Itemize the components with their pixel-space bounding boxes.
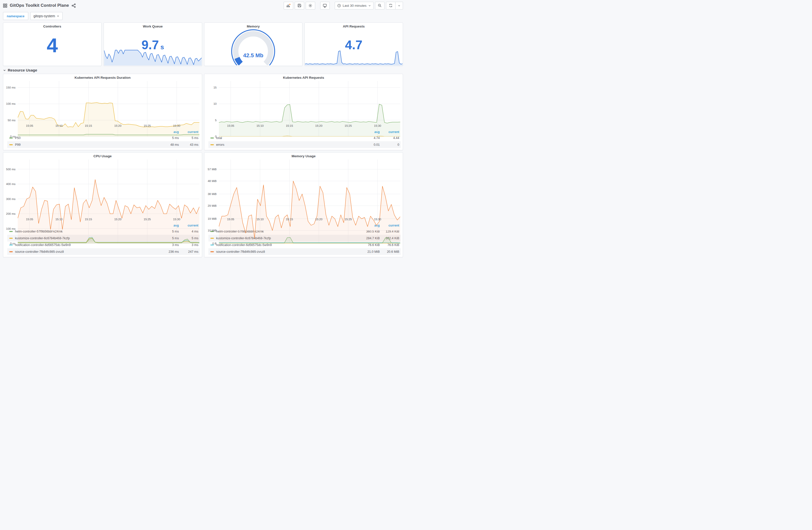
- panel-title[interactable]: Work Queue: [104, 23, 202, 28]
- chevron-down-icon: [57, 15, 59, 17]
- plot-area[interactable]: [219, 160, 400, 217]
- y-tick-label: 50 ms: [8, 119, 15, 122]
- legend-series-name[interactable]: notification-controller-6d56575dc-5w9n9: [216, 243, 357, 247]
- refresh-icon: [389, 3, 393, 8]
- x-tick-label: 15:10: [55, 124, 62, 127]
- y-tick-label: 100 ms: [6, 227, 15, 230]
- controllers-value: 4: [3, 35, 101, 56]
- chevron-down-icon: [3, 69, 6, 72]
- plot-area[interactable]: [18, 160, 199, 217]
- dashboard-settings-button[interactable]: [306, 2, 315, 10]
- x-tick-label: 15:15: [286, 124, 293, 127]
- x-tick-label: 15:15: [85, 218, 92, 221]
- y-tick-label: 400 ms: [6, 182, 15, 186]
- legend-series-name[interactable]: P99: [15, 143, 156, 147]
- legend-avg-value: 21.0 MiB: [357, 250, 380, 253]
- panel-api-requests: API Requests 4.7: [304, 23, 403, 66]
- legend-row: errors0.010: [208, 141, 401, 148]
- panel-memory-usage: Memory Usage 57 MiB48 MiB38 MiB29 MiB19 …: [204, 152, 403, 257]
- legend-row: source-controller-7fb84fc985-zvsz821.0 M…: [208, 248, 401, 255]
- series-color-dash: [9, 231, 13, 232]
- refresh-button[interactable]: [386, 2, 395, 10]
- legend-series-name[interactable]: P50: [15, 136, 156, 140]
- panel-title[interactable]: CPU Usage: [3, 152, 202, 158]
- y-axis: 151050: [204, 81, 219, 123]
- panel-title[interactable]: API Requests: [305, 23, 403, 28]
- x-tick-label: 15:05: [26, 124, 33, 127]
- save-icon: [298, 3, 302, 8]
- panel-memory: Memory 42.5 Mb: [204, 23, 303, 66]
- plot-area[interactable]: [18, 81, 199, 123]
- legend-series-name[interactable]: source-controller-7fb84fc985-zvsz8: [216, 250, 357, 253]
- legend-avg-value: 48 ms: [156, 143, 179, 147]
- save-dashboard-button[interactable]: [295, 2, 304, 10]
- legend-series-name[interactable]: total: [216, 136, 357, 140]
- memory-gauge-value: 42.5 Mb: [223, 52, 283, 59]
- stats-row: Controllers 4 Work Queue 9.7s Memory 42.…: [0, 23, 406, 66]
- panel-title[interactable]: Kubernetes API Requests: [204, 74, 403, 79]
- row-title: Resource Usage: [8, 68, 37, 72]
- legend-series-name[interactable]: notification-controller-6d56575dc-5w9n9: [15, 243, 156, 247]
- legend-current-value: 76.6 KiB: [380, 243, 401, 247]
- x-tick-label: 15:25: [345, 218, 352, 221]
- share-icon[interactable]: [72, 3, 76, 8]
- legend-series-name[interactable]: source-controller-7fb84fc985-zvsz8: [15, 250, 156, 253]
- variable-namespace-select[interactable]: gitops-system: [30, 12, 62, 20]
- clock-icon: [337, 4, 341, 8]
- y-tick-label: 150 ms: [6, 86, 15, 89]
- x-axis: 15:0515:1015:1515:2015:2515:30: [18, 123, 199, 129]
- y-tick-label: 10: [213, 102, 217, 105]
- y-tick-label: 10 MiB: [208, 229, 217, 232]
- y-axis: 57 MiB48 MiB38 MiB29 MiB19 MiB10 MiB0 B: [204, 160, 219, 217]
- x-tick-label: 15:10: [55, 218, 62, 221]
- panel-title[interactable]: Controllers: [3, 23, 101, 28]
- variable-namespace-value: gitops-system: [33, 14, 55, 18]
- x-tick-label: 15:20: [315, 124, 322, 127]
- row-resource-usage[interactable]: Resource Usage: [0, 66, 406, 74]
- x-tick-label: 15:10: [257, 218, 264, 221]
- zoom-out-icon: [378, 3, 382, 8]
- legend-avg-value: 76.6 KiB: [357, 243, 380, 247]
- series-color-dash: [211, 238, 214, 239]
- plot-area[interactable]: [219, 81, 400, 123]
- chevron-down-icon: [368, 4, 371, 7]
- legend-avg-value: 236 ms: [156, 250, 179, 253]
- legend-current-value: 5 ms: [179, 136, 200, 140]
- legend-current-value: 43 ms: [179, 143, 200, 147]
- x-axis: 15:0515:1015:1515:2015:2515:30: [18, 217, 199, 222]
- add-panel-button[interactable]: [284, 2, 293, 10]
- series-color-dash: [9, 144, 13, 145]
- x-tick-label: 15:05: [227, 124, 234, 127]
- time-range-label: Last 30 minutes: [343, 4, 366, 8]
- x-tick-label: 15:30: [173, 124, 180, 127]
- panel-title[interactable]: Memory: [204, 23, 302, 28]
- y-tick-label: 19 MiB: [208, 217, 217, 220]
- y-tick-label: 57 MiB: [208, 168, 217, 171]
- panel-title[interactable]: Memory Usage: [204, 152, 403, 158]
- tv-mode-button[interactable]: [320, 2, 330, 10]
- x-tick-label: 15:10: [257, 124, 264, 127]
- time-range-picker[interactable]: Last 30 minutes: [335, 2, 374, 10]
- series-color-dash: [211, 144, 214, 145]
- legend-row: P9948 ms43 ms: [7, 141, 200, 148]
- y-tick-label: 0: [215, 135, 217, 138]
- zoom-out-button[interactable]: [375, 2, 385, 10]
- refresh-interval-button[interactable]: [395, 2, 403, 10]
- y-axis: 500 ms400 ms300 ms200 ms100 ms0 ns: [3, 160, 18, 217]
- x-tick-label: 15:25: [144, 124, 151, 127]
- x-tick-label: 15:20: [114, 124, 121, 127]
- monitor-icon: [323, 3, 327, 8]
- series-color-dash: [9, 238, 13, 239]
- variable-namespace-label[interactable]: namespace: [3, 12, 28, 20]
- panel-work-queue: Work Queue 9.7s: [104, 23, 202, 66]
- gear-icon: [308, 3, 313, 8]
- memory-gauge: 42.5 Mb: [223, 28, 283, 65]
- dashboard-header: GitOps Toolkit Control Plane: [0, 0, 406, 11]
- legend-series-name[interactable]: errors: [216, 143, 357, 147]
- panel-cpu-usage: CPU Usage 500 ms400 ms300 ms200 ms100 ms…: [3, 152, 202, 257]
- x-tick-label: 15:20: [114, 218, 121, 221]
- panel-title[interactable]: Kubernetes API Requests Duration: [3, 74, 202, 79]
- y-tick-label: 300 ms: [6, 197, 15, 201]
- legend-current-value: 20.6 MiB: [380, 250, 401, 253]
- legend-current-value: 3 ms: [179, 243, 200, 247]
